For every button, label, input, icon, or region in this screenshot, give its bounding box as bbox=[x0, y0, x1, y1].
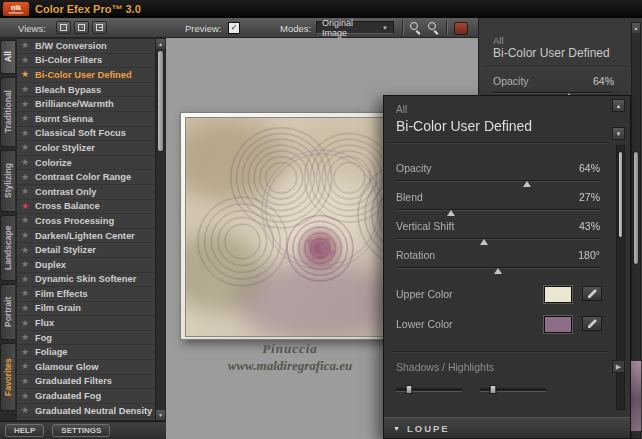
filter-item-selected[interactable]: ★Bi-Color User Defined bbox=[17, 68, 156, 83]
filter-item[interactable]: ★Bleach Bypass bbox=[17, 83, 156, 98]
preset-down-icon[interactable]: ▼ bbox=[612, 127, 625, 140]
color-compare-button[interactable] bbox=[454, 22, 468, 35]
lower-color-swatch[interactable] bbox=[544, 316, 572, 333]
favorite-star-icon[interactable]: ★ bbox=[21, 100, 31, 109]
tab-traditional[interactable]: Traditional bbox=[0, 77, 15, 147]
filter-item[interactable]: ★Dynamic Skin Softener bbox=[17, 273, 156, 288]
scroll-down-icon[interactable]: ▼ bbox=[156, 410, 165, 420]
filter-item[interactable]: ★Darken/Lighten Center bbox=[17, 229, 156, 244]
tab-all[interactable]: All bbox=[0, 40, 15, 74]
filter-item[interactable]: ★Color Stylizer bbox=[17, 141, 156, 156]
tab-favorites[interactable]: Favorites bbox=[0, 343, 15, 411]
tab-portrait[interactable]: Portrait bbox=[0, 284, 15, 340]
lower-color-eyedropper-button[interactable] bbox=[582, 316, 602, 331]
favorite-star-icon[interactable]: ★ bbox=[21, 392, 31, 401]
loupe-bar[interactable]: ▼ LOUPE bbox=[384, 417, 630, 438]
favorite-star-icon[interactable]: ★ bbox=[21, 70, 31, 79]
slider-thumb[interactable] bbox=[447, 210, 455, 216]
slider-thumb[interactable] bbox=[406, 385, 413, 394]
filter-item[interactable]: ★Contrast Only bbox=[17, 185, 156, 200]
favorite-star-icon[interactable]: ★ bbox=[21, 260, 31, 269]
filter-item[interactable]: ★Film Effects bbox=[17, 287, 156, 302]
scrollbar-thumb[interactable] bbox=[157, 50, 164, 152]
filter-item[interactable]: ★Detail Stylizer bbox=[17, 243, 156, 258]
favorite-star-icon[interactable]: ★ bbox=[21, 362, 31, 371]
favorite-star-icon[interactable]: ★ bbox=[21, 85, 31, 94]
filter-item[interactable]: ★Brilliance/Warmth bbox=[17, 97, 156, 112]
filter-item[interactable]: ★Fog bbox=[17, 331, 156, 346]
favorite-star-icon[interactable]: ★ bbox=[21, 406, 31, 415]
zoom-out-tool-icon[interactable] bbox=[428, 22, 440, 34]
filter-item[interactable]: ★Contrast Color Range bbox=[17, 170, 156, 185]
favorite-star-icon[interactable]: ★ bbox=[21, 275, 31, 284]
blend-slider[interactable] bbox=[396, 209, 600, 219]
favorite-star-icon[interactable]: ★ bbox=[21, 158, 31, 167]
favorite-star-icon[interactable]: ★ bbox=[21, 202, 31, 211]
favorite-star-icon[interactable]: ★ bbox=[21, 114, 31, 123]
opacity-slider[interactable] bbox=[396, 180, 600, 190]
filter-item[interactable]: ★Film Grain bbox=[17, 302, 156, 317]
favorite-star-icon[interactable]: ★ bbox=[21, 377, 31, 386]
filter-item[interactable]: ★Burnt Sienna bbox=[17, 112, 156, 127]
scroll-up-icon[interactable]: ▲ bbox=[632, 23, 640, 33]
favorite-star-icon[interactable]: ★ bbox=[21, 333, 31, 342]
shadows-slider[interactable] bbox=[396, 388, 462, 392]
blend-label: Blend bbox=[396, 191, 423, 203]
slider-thumb[interactable] bbox=[494, 268, 502, 274]
scrollbar-thumb[interactable] bbox=[633, 151, 639, 265]
slider-thumb[interactable] bbox=[480, 239, 488, 245]
view-sidebyside-button[interactable] bbox=[92, 21, 107, 34]
favorite-star-icon[interactable]: ★ bbox=[21, 173, 31, 182]
filter-label: Flux bbox=[35, 318, 54, 328]
favorite-star-icon[interactable]: ★ bbox=[21, 231, 31, 240]
slider-thumb[interactable] bbox=[523, 181, 531, 187]
filter-item[interactable]: ★Cross Processing bbox=[17, 214, 156, 229]
filter-item[interactable]: ★B/W Conversion bbox=[17, 39, 156, 54]
filter-item[interactable]: ★Graduated Neutral Density bbox=[17, 404, 156, 419]
filter-item[interactable]: ★Bi-Color Filters bbox=[17, 54, 156, 69]
favorite-star-icon[interactable]: ★ bbox=[21, 187, 31, 196]
filter-item[interactable]: ★Glamour Glow bbox=[17, 360, 156, 375]
expand-section-icon[interactable]: ▶ bbox=[612, 360, 625, 373]
filter-item[interactable]: ★Flux bbox=[17, 316, 156, 331]
favorite-star-icon[interactable]: ★ bbox=[21, 246, 31, 255]
tab-stylizing[interactable]: Stylizing bbox=[0, 150, 15, 212]
preset-up-icon[interactable]: ▲ bbox=[612, 99, 625, 112]
preview-checkbox[interactable]: ✓ bbox=[228, 22, 240, 34]
filter-item[interactable]: ★Classical Soft Focus bbox=[17, 127, 156, 142]
favorite-star-icon[interactable]: ★ bbox=[21, 216, 31, 225]
tab-landscape[interactable]: Landscape bbox=[0, 215, 15, 281]
scroll-up-icon[interactable]: ▲ bbox=[156, 39, 165, 49]
favorite-star-icon[interactable]: ★ bbox=[21, 319, 31, 328]
favorite-star-icon[interactable]: ★ bbox=[21, 143, 31, 152]
favorite-star-icon[interactable]: ★ bbox=[21, 56, 31, 65]
upper-color-eyedropper-button[interactable] bbox=[582, 286, 602, 301]
favorite-star-icon[interactable]: ★ bbox=[21, 289, 31, 298]
view-single-button[interactable] bbox=[56, 21, 71, 34]
filter-item[interactable]: ★Cross Balance bbox=[17, 200, 156, 215]
upper-color-swatch[interactable] bbox=[544, 286, 572, 303]
zoom-tool-icon[interactable] bbox=[410, 22, 422, 34]
settings-button[interactable]: SETTINGS bbox=[52, 424, 110, 437]
rotation-slider[interactable] bbox=[396, 267, 600, 277]
favorite-star-icon[interactable]: ★ bbox=[21, 304, 31, 313]
view-split-button[interactable] bbox=[74, 21, 89, 34]
vertical-shift-slider[interactable] bbox=[396, 238, 600, 248]
filter-label: B/W Conversion bbox=[35, 41, 107, 51]
favorite-star-icon[interactable]: ★ bbox=[21, 41, 31, 50]
help-button[interactable]: HELP bbox=[5, 424, 44, 437]
filter-item[interactable]: ★Graduated Filters bbox=[17, 375, 156, 390]
preview-label: Preview: bbox=[185, 23, 221, 34]
favorite-star-icon[interactable]: ★ bbox=[21, 348, 31, 357]
loupe-collapse-icon[interactable]: ▼ bbox=[393, 425, 400, 432]
filter-item[interactable]: ★Duplex bbox=[17, 258, 156, 273]
modes-dropdown[interactable]: Original Image ▼ bbox=[316, 21, 394, 34]
filter-item[interactable]: ★Graduated Fog bbox=[17, 389, 156, 404]
scrollbar-thumb[interactable] bbox=[618, 151, 623, 238]
slider-thumb[interactable] bbox=[490, 385, 497, 394]
filter-list-scrollbar[interactable]: ▲ ▼ bbox=[155, 39, 165, 420]
filter-item[interactable]: ★Colorize bbox=[17, 156, 156, 171]
favorite-star-icon[interactable]: ★ bbox=[21, 129, 31, 138]
highlights-slider[interactable] bbox=[480, 388, 546, 392]
filter-item[interactable]: ★Foliage bbox=[17, 345, 156, 360]
